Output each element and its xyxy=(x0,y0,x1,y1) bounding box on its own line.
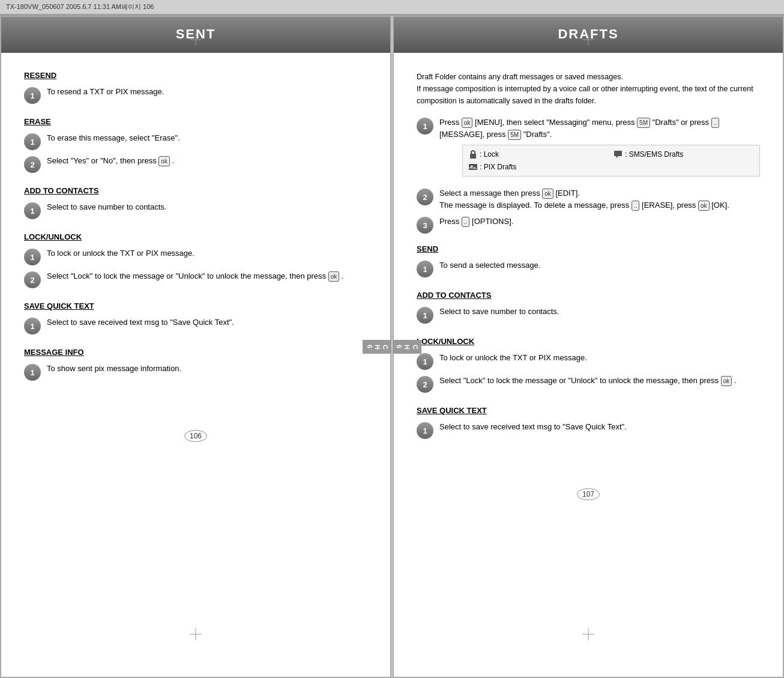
step-text: Select to save received text msg to "Sav… xyxy=(439,421,760,433)
step-badge: 3 xyxy=(417,217,433,234)
right-page: CH6 DRAFTS Draft Folder contains any dra… xyxy=(393,16,784,678)
icon-pix-row: : PIX Drafts xyxy=(469,162,608,172)
step-badge: 1 xyxy=(24,202,41,219)
left-page: CH6 SENT RESEND 1 To resend a TXT or PIX… xyxy=(0,16,393,678)
step-text: Press ok [MENU], then select "Messaging"… xyxy=(439,117,760,181)
save-quick-text-title-left: SAVE QUICK TEXT xyxy=(24,301,367,310)
erase-step-2: 2 Select "Yes" or "No", then press ok . xyxy=(24,155,367,173)
ch-tab-right: CH6 xyxy=(393,340,421,354)
section-lock-unlock-right: LOCK/UNLOCK 1 To lock or unlock the TXT … xyxy=(417,337,760,393)
lock-icon xyxy=(469,150,477,159)
section-send-right: SEND 1 To send a selected message. xyxy=(417,244,760,277)
erase-title: ERASE xyxy=(24,117,367,126)
step-badge: 1 xyxy=(417,261,433,277)
section-save-quick-text-right: SAVE QUICK TEXT 1 Select to save receive… xyxy=(417,406,760,439)
save-quick-step-1: 1 Select to save received text msg to "S… xyxy=(24,316,367,334)
icon-lock-row: : Lock xyxy=(469,149,608,160)
step-badge: 2 xyxy=(417,376,433,393)
step-badge: 2 xyxy=(24,271,41,288)
top-bar: TX-180VW_050607 2005.6.7 11:31 AM페이지 106 xyxy=(0,0,784,14)
pages-container: CH6 SENT RESEND 1 To resend a TXT or PIX… xyxy=(0,14,784,678)
step-badge: 1 xyxy=(24,87,41,104)
top-bar-text: TX-180VW_050607 2005.6.7 11:31 AM페이지 106 xyxy=(6,3,154,10)
step-text: To show sent pix message information. xyxy=(47,363,367,375)
step-text: Select a message then press ok [EDIT]. T… xyxy=(439,187,760,211)
sms-icon xyxy=(614,150,623,159)
crosshair-top-right xyxy=(582,34,594,47)
svg-rect-8 xyxy=(470,154,476,159)
lock-right-step-2: 2 Select "Lock" to lock the message or "… xyxy=(417,375,760,393)
step-text: Select to save number to contacts. xyxy=(439,306,760,318)
crosshair-bottom-left xyxy=(190,628,202,642)
section-add-contacts-right: ADD TO CONTACTS 1 Select to save number … xyxy=(417,291,760,324)
add-contacts-step-1: 1 Select to save number to contacts. xyxy=(24,201,367,219)
crosshair-bottom-right xyxy=(582,628,594,642)
message-info-title: MESSAGE INFO xyxy=(24,348,367,357)
drafts-step-3: 3 Press .. [OPTIONS]. xyxy=(417,216,760,234)
step-text: To resend a TXT or PIX message. xyxy=(47,86,367,98)
crosshair-top-left xyxy=(190,34,202,47)
svg-rect-9 xyxy=(614,151,622,156)
svg-rect-10 xyxy=(469,164,477,170)
add-contacts-right-step-1: 1 Select to save number to contacts. xyxy=(417,306,760,324)
step-badge: 2 xyxy=(417,189,433,205)
resend-step-1: 1 To resend a TXT or PIX message. xyxy=(24,86,367,104)
send-step-1: 1 To send a selected message. xyxy=(417,259,760,277)
lock-unlock-title-left: LOCK/UNLOCK xyxy=(24,232,367,241)
section-erase: ERASE 1 To erase this message, select "E… xyxy=(24,117,367,173)
erase-step-1: 1 To erase this message, select "Erase". xyxy=(24,132,367,150)
step-badge: 1 xyxy=(417,353,433,370)
section-message-info: MESSAGE INFO 1 To show sent pix message … xyxy=(24,348,367,381)
lock-right-step-1: 1 To lock or unlock the TXT or PIX messa… xyxy=(417,352,760,370)
icon-sms-row: : SMS/EMS Drafts xyxy=(614,149,753,160)
section-resend: RESEND 1 To resend a TXT or PIX message. xyxy=(24,71,367,104)
lock-step-2: 2 Select "Lock" to lock the message or "… xyxy=(24,270,367,288)
left-page-number: 106 xyxy=(0,430,391,448)
lock-step-1: 1 To lock or unlock the TXT or PIX messa… xyxy=(24,247,367,265)
ch-tab-left: CH6 xyxy=(363,340,391,354)
step-badge: 1 xyxy=(24,133,41,150)
section-save-quick-text-left: SAVE QUICK TEXT 1 Select to save receive… xyxy=(24,301,367,334)
step-text: Select to save received text msg to "Sav… xyxy=(47,316,367,328)
intro-text: Draft Folder contains any draft messages… xyxy=(417,71,760,107)
drafts-step-1: 1 Press ok [MENU], then select "Messagin… xyxy=(417,117,760,181)
step-badge: 1 xyxy=(24,249,41,265)
save-quick-right-step-1: 1 Select to save received text msg to "S… xyxy=(417,421,760,439)
step-badge: 1 xyxy=(24,364,41,381)
right-page-content: Draft Folder contains any draft messages… xyxy=(393,65,784,476)
step-text: Press .. [OPTIONS]. xyxy=(439,216,760,228)
add-contacts-title-left: ADD TO CONTACTS xyxy=(24,186,367,195)
left-page-content: RESEND 1 To resend a TXT or PIX message.… xyxy=(0,65,391,418)
step-badge: 2 xyxy=(24,156,41,173)
step-badge: 1 xyxy=(417,422,433,439)
step-badge: 1 xyxy=(417,118,433,135)
icon-table: : Lock : SMS/EMS Drafts xyxy=(462,145,760,177)
section-lock-unlock-left: LOCK/UNLOCK 1 To lock or unlock the TXT … xyxy=(24,232,367,288)
section-add-contacts-left: ADD TO CONTACTS 1 Select to save number … xyxy=(24,186,367,219)
step-text: Select "Lock" to lock the message or "Un… xyxy=(47,270,367,282)
step-badge: 1 xyxy=(417,307,433,324)
step-text: To lock or unlock the TXT or PIX message… xyxy=(47,247,367,259)
save-quick-text-title-right: SAVE QUICK TEXT xyxy=(417,406,760,415)
add-contacts-title-right: ADD TO CONTACTS xyxy=(417,291,760,300)
step-text: Select "Yes" or "No", then press ok . xyxy=(47,155,367,167)
pix-icon xyxy=(469,163,477,171)
lock-unlock-title-right: LOCK/UNLOCK xyxy=(417,337,760,346)
step-text: Select to save number to contacts. xyxy=(47,201,367,213)
resend-title: RESEND xyxy=(24,71,367,80)
step-text: To lock or unlock the TXT or PIX message… xyxy=(439,352,760,364)
step-badge: 1 xyxy=(24,318,41,334)
step-text: Select "Lock" to lock the message or "Un… xyxy=(439,375,760,387)
step-text: To send a selected message. xyxy=(439,259,760,271)
send-title-right: SEND xyxy=(417,244,760,253)
right-page-number: 107 xyxy=(393,488,784,506)
drafts-step-2: 2 Select a message then press ok [EDIT].… xyxy=(417,187,760,211)
message-info-step-1: 1 To show sent pix message information. xyxy=(24,363,367,381)
step-text: To erase this message, select "Erase". xyxy=(47,132,367,144)
